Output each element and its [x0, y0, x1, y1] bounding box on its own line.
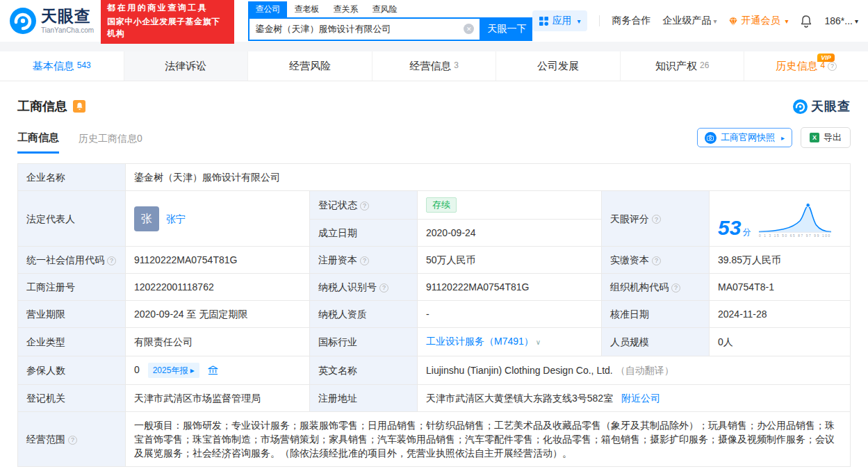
company-info-table: 企业名称 鎏金树（天津）服饰设计有限公司 法定代表人 张 张宁 登记状态? 存续…	[17, 163, 851, 467]
credit-code-label: 统一社会信用代码?	[18, 247, 126, 274]
help-icon[interactable]: ?	[652, 215, 661, 224]
search-tab-relation[interactable]: 查关系	[326, 1, 365, 17]
table-row: 企业名称 鎏金树（天津）服饰设计有限公司	[18, 164, 851, 191]
address-value: 天津市武清区大黄堡镇大东路支线3号582室	[426, 393, 613, 404]
chevron-down-icon: ∨	[536, 338, 541, 346]
business-scope-label: 经营范围?	[18, 412, 126, 467]
tab-basic-info-count: 543	[77, 60, 91, 70]
legal-rep-cell: 张 张宁	[126, 191, 310, 247]
subtab-row: 工商信息 历史工商信息0 工商官网快照 ▸ X 导出	[0, 127, 868, 154]
main-content: 工商信息 天眼查 工商信息 历史工商信息0	[0, 81, 868, 469]
monitor-bell-icon[interactable]	[73, 100, 85, 113]
score-label: 天眼评分?	[602, 191, 710, 247]
score-value: 53分	[718, 217, 751, 238]
gem-icon	[728, 17, 738, 26]
reg-capital-label: 注册资本?	[310, 247, 418, 274]
promo-line-1: 都在用的商业查询工具	[107, 2, 228, 14]
search-input[interactable]	[255, 24, 464, 34]
tab-history-info-label: 历史信息	[776, 60, 817, 73]
reg-status-cell: 存续	[418, 191, 602, 220]
subtab-business-registration[interactable]: 工商信息	[17, 131, 59, 154]
address-cell: 天津市武清区大黄堡镇大东路支线3号582室 附近公司	[418, 385, 851, 412]
search-tab-risk[interactable]: 查风险	[365, 1, 404, 17]
auto-translate-note: （自动翻译）	[616, 365, 674, 376]
help-icon[interactable]: ?	[671, 283, 680, 293]
chevron-right-icon: ▸	[781, 134, 785, 142]
official-snapshot-button[interactable]: 工商官网快照 ▸	[697, 128, 792, 147]
reg-status-label: 登记状态?	[310, 191, 418, 220]
help-icon[interactable]: ?	[360, 201, 369, 211]
taxpayer-quality-label: 纳税人资质	[310, 301, 418, 328]
promo-line-2: 国家中小企业发展子基金旗下机构	[107, 16, 228, 40]
english-name-value: Liujinshu (Tianjin) Clothing Design Co.,…	[426, 365, 613, 376]
search-tab-boss[interactable]: 查老板	[287, 1, 326, 17]
enterprise-products-menu[interactable]: 企业级产品▾	[662, 15, 716, 27]
table-row: 工商注册号 120222001118762 纳税人识别号? 91120222MA…	[18, 274, 851, 301]
export-label: 导出	[824, 131, 842, 144]
business-cooperation-link[interactable]: 商务合作	[612, 15, 650, 27]
help-icon[interactable]: ?	[107, 256, 116, 265]
paid-capital-label: 实缴资本?	[602, 247, 710, 274]
tab-history-info[interactable]: VIP 历史信息 4 ?	[744, 51, 868, 81]
chevron-down-icon: ▾	[713, 17, 716, 25]
legal-rep-link[interactable]: 张宁	[166, 212, 186, 226]
tab-intellectual-property-count: 26	[700, 60, 709, 70]
tab-history-info-count: 4	[820, 60, 825, 70]
legal-rep-label: 法定代表人	[18, 191, 126, 247]
nearby-companies-link[interactable]: 附近公司	[621, 393, 660, 404]
social-insurance-icon[interactable]	[208, 365, 218, 375]
english-name-label: 英文名称	[310, 356, 418, 385]
table-row: 登记机关 天津市武清区市场监督管理局 注册地址 天津市武清区大黄堡镇大东路支线3…	[18, 385, 851, 412]
excel-icon: X	[810, 133, 819, 142]
reg-authority-label: 登记机关	[18, 385, 126, 412]
tab-basic-info[interactable]: 基本信息 543	[0, 51, 124, 81]
help-icon[interactable]: ?	[652, 256, 661, 265]
tab-business-info[interactable]: 经营信息 3	[372, 51, 497, 81]
tab-company-development[interactable]: 公司发展	[496, 51, 621, 81]
table-row: 经营范围? 一般项目：服饰研发；专业设计服务；服装服饰零售；日用品销售；针纺织品…	[18, 412, 851, 467]
help-icon[interactable]: ?	[379, 283, 388, 293]
chevron-down-icon: ▾	[785, 17, 788, 25]
help-icon[interactable]: ?	[828, 62, 837, 71]
tab-legal-proceedings[interactable]: 法律诉讼	[124, 51, 249, 81]
tianyancha-logo[interactable]: 天眼查 TianYanCha.com	[10, 8, 94, 34]
tab-company-development-label: 公司发展	[537, 60, 579, 73]
chevron-down-icon: ▾	[577, 17, 580, 25]
annual-report-badge[interactable]: 2025年报 ▸	[148, 363, 199, 378]
search-tab-company[interactable]: 查公司	[248, 1, 287, 17]
tab-intellectual-property[interactable]: 知识产权 26	[621, 51, 745, 81]
grid-icon	[539, 17, 548, 26]
brand-watermark: 天眼查	[793, 98, 851, 115]
legal-rep-avatar[interactable]: 张	[134, 206, 159, 231]
score-cell: 53分 0 1 3 15 50 65 87 97 99 100	[710, 191, 851, 247]
insured-cell: 0 2025年报 ▸	[126, 356, 310, 385]
insured-value: 0	[134, 364, 140, 375]
account-menu[interactable]: 186*...▾	[824, 15, 858, 26]
score-distribution-chart: 0 1 3 15 50 65 87 97 99 100	[758, 199, 833, 238]
top-menu: 应用 ▾ 商务合作 企业级产品▾ 开通会员 ▾ 1	[532, 10, 858, 31]
clear-icon[interactable]: ✕	[464, 24, 474, 34]
tab-basic-info-label: 基本信息	[33, 60, 74, 73]
business-term-label: 营业期限	[18, 301, 126, 328]
help-icon[interactable]: ?	[68, 436, 77, 445]
notification-bell-icon[interactable]	[800, 15, 812, 28]
org-code-label: 组织机构代码?	[602, 274, 710, 301]
credit-code-value: 91120222MA0754T81G	[126, 247, 310, 274]
taxpayer-id-value: 91120222MA0754T81G	[418, 274, 602, 301]
table-row: 统一社会信用代码? 91120222MA0754T81G 注册资本? 50万人民…	[18, 247, 851, 274]
industry-link[interactable]: 工业设计服务（M7491）	[426, 336, 534, 347]
vip-upgrade-menu[interactable]: 开通会员 ▾	[728, 15, 788, 27]
reg-number-label: 工商注册号	[18, 274, 126, 301]
tab-operational-risk[interactable]: 经营风险	[248, 51, 372, 81]
export-button[interactable]: X 导出	[801, 127, 851, 148]
promo-banner: 都在用的商业查询工具 国家中小企业发展子基金旗下机构	[101, 0, 234, 44]
search-button[interactable]: 天眼一下	[481, 17, 532, 41]
subtab-history-registration[interactable]: 历史工商信息0	[79, 133, 142, 154]
search-tabs: 查公司 查老板 查关系 查风险	[248, 1, 532, 17]
company-nav-tabs: 基本信息 543 法律诉讼 经营风险 经营信息 3 公司发展 知识产权 26 V…	[0, 51, 868, 81]
apps-menu[interactable]: 应用 ▾	[532, 10, 587, 31]
tab-intellectual-property-label: 知识产权	[655, 60, 697, 73]
tianyancha-watermark-icon	[793, 99, 808, 114]
help-icon[interactable]: ?	[360, 256, 369, 265]
tab-business-info-count: 3	[454, 60, 459, 70]
